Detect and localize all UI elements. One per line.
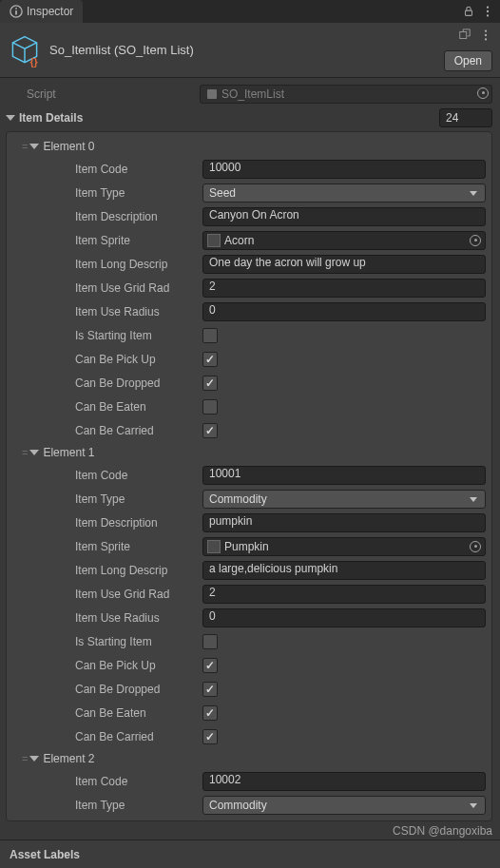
item-description-input[interactable]: pumpkin — [202, 513, 486, 532]
item-use-grid-radius-input[interactable]: 2 — [202, 279, 486, 298]
object-picker-icon[interactable] — [470, 235, 481, 246]
svg-point-4 — [487, 6, 489, 8]
field-row-item-use-grid-radius: Item Use Grid Rad2 — [9, 582, 486, 606]
can-be-dropped-checkbox[interactable] — [202, 376, 218, 391]
item-sprite-object-field[interactable]: Acorn — [202, 231, 486, 250]
element-header: Element 0 — [43, 140, 94, 153]
svg-point-10 — [485, 34, 487, 36]
item-long-description-input[interactable]: a large,delicious pumpkin — [202, 561, 486, 580]
field-label: Can Be Carried — [9, 424, 202, 437]
item-details-count[interactable]: 24 — [439, 108, 492, 127]
kebab-menu-icon[interactable] — [479, 29, 492, 42]
item-type-dropdown[interactable]: Commodity — [202, 490, 486, 509]
field-row-can-be-carried: Can Be Carried — [9, 724, 486, 748]
field-label: Item Sprite — [9, 234, 202, 247]
inspector-tab[interactable]: Inspector — [0, 0, 83, 23]
info-icon — [10, 5, 23, 18]
field-label: Can Be Dropped — [9, 376, 202, 390]
item-code-input[interactable]: 10001 — [202, 466, 486, 485]
item-code-input[interactable]: 10000 — [202, 160, 486, 179]
field-label: Item Type — [9, 186, 202, 200]
chevron-down-icon — [29, 450, 39, 455]
can-be-carried-checkbox[interactable] — [202, 423, 218, 438]
field-label: Can Be Eaten — [9, 400, 202, 414]
field-row-item-sprite: Item SpritePumpkin — [9, 534, 486, 558]
item-use-radius-input[interactable]: 0 — [202, 302, 486, 321]
item-details-foldout[interactable]: Item Details — [6, 107, 439, 128]
asset-labels-footer[interactable]: Asset Labels — [0, 839, 500, 868]
field-row-item-use-radius: Item Use Radius0 — [9, 606, 486, 629]
field-row-item-long-description: Item Long Descripa large,delicious pumpk… — [9, 558, 486, 582]
field-row-item-code: Item Code10000 — [9, 157, 486, 181]
field-label: Can Be Pick Up — [9, 353, 202, 366]
field-row-item-code: Item Code10002 — [9, 769, 486, 793]
script-field[interactable]: SO_ItemList — [200, 85, 492, 104]
element-foldout[interactable]: =Element 0 — [9, 136, 486, 157]
can-be-pick-up-checkbox[interactable] — [202, 658, 218, 673]
is-starting-item-checkbox[interactable] — [202, 328, 218, 343]
tab-bar: Inspector — [0, 0, 500, 23]
item-use-radius-input[interactable]: 0 — [202, 608, 486, 627]
element-header: Element 1 — [43, 446, 94, 459]
svg-rect-12 — [207, 89, 217, 99]
element-foldout[interactable]: =Element 2 — [9, 748, 486, 769]
field-label: Item Description — [9, 516, 202, 530]
svg-point-6 — [487, 14, 489, 16]
field-row-can-be-eaten: Can Be Eaten — [9, 395, 486, 418]
field-label: Item Type — [9, 799, 202, 812]
field-label: Item Use Grid Rad — [9, 588, 202, 601]
item-type-dropdown[interactable]: Seed — [202, 183, 486, 203]
field-row-can-be-dropped: Can Be Dropped — [9, 371, 486, 395]
inspector-header: {} So_Itemlist (SO_Item List) Open — [0, 23, 500, 78]
field-row-item-type: Item TypeSeed — [9, 181, 486, 204]
field-row-is-starting-item: Is Starting Item — [9, 629, 486, 653]
object-picker-icon[interactable] — [477, 87, 489, 99]
item-long-description-input[interactable]: One day the acron will grow up — [202, 255, 486, 274]
drag-handle-icon[interactable]: = — [22, 141, 26, 152]
field-row-item-code: Item Code10001 — [9, 463, 486, 487]
item-description-input[interactable]: Canyon On Acron — [202, 207, 486, 226]
field-label: Item Description — [9, 210, 202, 223]
item-use-grid-radius-input[interactable]: 2 — [202, 585, 486, 604]
field-row-item-description: Item Descriptionpumpkin — [9, 511, 486, 534]
can-be-dropped-checkbox[interactable] — [202, 682, 218, 697]
field-row-can-be-pick-up: Can Be Pick Up — [9, 653, 486, 677]
can-be-pick-up-checkbox[interactable] — [202, 352, 218, 367]
svg-point-2 — [15, 8, 17, 10]
field-label: Can Be Carried — [9, 730, 202, 743]
object-picker-icon[interactable] — [470, 541, 481, 552]
field-row-item-long-description: Item Long DescripOne day the acron will … — [9, 252, 486, 276]
can-be-eaten-checkbox[interactable] — [202, 399, 218, 415]
can-be-eaten-checkbox[interactable] — [202, 705, 218, 721]
field-label: Item Code — [9, 469, 202, 482]
tab-title: Inspector — [27, 5, 73, 18]
lock-icon[interactable] — [462, 5, 475, 18]
item-type-dropdown[interactable]: Commodity — [202, 796, 486, 815]
field-row-can-be-eaten: Can Be Eaten — [9, 701, 486, 724]
addressable-icon[interactable] — [458, 29, 471, 42]
field-label: Item Type — [9, 492, 202, 506]
drag-handle-icon[interactable]: = — [22, 753, 26, 764]
field-label: Item Code — [9, 163, 202, 176]
item-code-input[interactable]: 10002 — [202, 772, 486, 791]
open-button[interactable]: Open — [444, 50, 492, 71]
chevron-down-icon — [29, 756, 39, 762]
field-row-item-type: Item TypeCommodity — [9, 793, 486, 817]
svg-point-9 — [485, 29, 487, 31]
field-row-is-starting-item: Is Starting Item — [9, 323, 486, 347]
is-starting-item-checkbox[interactable] — [202, 634, 218, 649]
can-be-carried-checkbox[interactable] — [202, 729, 218, 744]
element-foldout[interactable]: =Element 1 — [9, 442, 486, 463]
element-header: Element 2 — [43, 752, 94, 765]
field-row-can-be-dropped: Can Be Dropped — [9, 677, 486, 701]
kebab-menu-icon[interactable] — [481, 5, 494, 18]
field-label: Item Long Descrip — [9, 258, 202, 271]
scriptable-object-icon: {} — [8, 33, 42, 68]
field-label: Is Starting Item — [9, 329, 202, 342]
item-details-list: =Element 0Item Code10000Item TypeSeedIte… — [6, 131, 492, 821]
drag-handle-icon[interactable]: = — [22, 447, 26, 458]
field-row-item-type: Item TypeCommodity — [9, 487, 486, 511]
field-label: Item Long Descrip — [9, 564, 202, 577]
chevron-down-icon — [29, 144, 39, 149]
item-sprite-object-field[interactable]: Pumpkin — [202, 537, 486, 556]
